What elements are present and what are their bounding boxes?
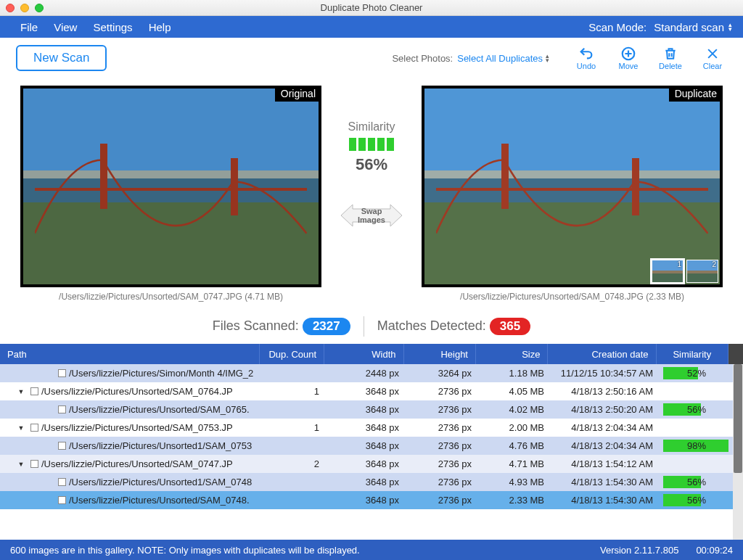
menu-help[interactable]: Help <box>149 21 171 33</box>
status-message: 600 images are in this gallery. NOTE: On… <box>10 545 360 556</box>
cell-date: 4/18/13 1:54:30 AM <box>551 491 660 509</box>
scrollbar-thumb[interactable] <box>734 364 742 473</box>
cell-path-text: /Users/lizzie/Pictures/Simon/Month 4/IMG… <box>69 368 253 379</box>
table-row[interactable]: ▼ /Users/lizzie/Pictures/Unsorted/SAM_07… <box>0 455 733 473</box>
similarity-value: 56% <box>668 477 726 487</box>
cell-size: 4.76 MB <box>479 437 551 455</box>
matches-detected-value: 365 <box>490 318 530 335</box>
swap-images-button[interactable]: Swap Images <box>341 196 402 235</box>
th-height[interactable]: Height <box>404 344 476 364</box>
cell-similarity: 56% <box>660 400 733 419</box>
cell-path: ▼ /Users/lizzie/Pictures/Unsorted/SAM_07… <box>0 419 261 437</box>
cell-similarity: 56% <box>660 473 733 491</box>
window-minimize-button[interactable] <box>20 4 29 12</box>
table-row[interactable]: ▼ /Users/lizzie/Pictures/Unsorted/SAM_07… <box>0 419 733 437</box>
cell-dup <box>261 437 327 455</box>
disclosure-triangle-icon[interactable]: ▼ <box>17 388 25 395</box>
disclosure-triangle-icon[interactable]: ▼ <box>17 424 25 432</box>
cell-width: 3648 px <box>327 491 406 509</box>
table-body: ▼ /Users/lizzie/Pictures/Simon/Month 4/I… <box>0 364 733 540</box>
th-sim[interactable]: Similarity <box>657 344 728 364</box>
cell-similarity: 52% <box>660 364 733 382</box>
table-row[interactable]: ▼ /Users/lizzie/Pictures/Simon/Month 4/I… <box>0 364 733 382</box>
cell-similarity: 56% <box>660 491 733 509</box>
th-path[interactable]: Path <box>0 344 260 364</box>
cell-size: 2.33 MB <box>479 491 551 509</box>
table-row[interactable]: ▼ /Users/lizzie/Pictures/Unsorted/SAM_07… <box>0 400 733 419</box>
cell-path: ▼ /Users/lizzie/Pictures/Unsorted/SAM_07… <box>0 491 261 509</box>
table-row[interactable]: ▼ /Users/lizzie/Pictures/Unsorted1/SAM_0… <box>0 473 733 491</box>
cell-dup: 1 <box>261 382 327 400</box>
duplicate-image[interactable]: Duplicate 1 2 <box>422 86 723 287</box>
new-scan-button[interactable]: New Scan <box>16 45 107 71</box>
menu-settings[interactable]: Settings <box>93 21 132 33</box>
cell-date: 11/12/15 10:34:57 AM <box>551 364 660 382</box>
cell-path-text: /Users/lizzie/Pictures/Unsorted/SAM_0765… <box>69 404 250 415</box>
row-checkbox[interactable] <box>30 460 38 468</box>
cell-dup <box>261 364 327 382</box>
cell-similarity <box>660 419 733 437</box>
delete-button[interactable]: Delete <box>656 46 685 70</box>
cell-size: 4.93 MB <box>479 473 551 491</box>
cell-dup <box>261 400 327 419</box>
scan-mode-value: Standard scan <box>654 21 724 33</box>
thumbnail-2[interactable]: 2 <box>686 260 718 283</box>
table-row[interactable]: ▼ /Users/lizzie/Pictures/Unsorted1/SAM_0… <box>0 437 733 455</box>
similarity-value: 52% <box>668 368 726 379</box>
row-checkbox[interactable] <box>58 442 66 450</box>
cell-path-text: /Users/lizzie/Pictures/Unsorted/SAM_0764… <box>41 386 233 397</box>
original-badge: Original <box>275 86 321 102</box>
cell-dup: 1 <box>261 419 327 437</box>
cell-path: ▼ /Users/lizzie/Pictures/Unsorted1/SAM_0… <box>0 473 261 491</box>
disclosure-triangle-icon[interactable]: ▼ <box>17 461 25 468</box>
thumbnail-1[interactable]: 1 <box>652 260 684 283</box>
cell-size: 2.00 MB <box>479 419 551 437</box>
th-width[interactable]: Width <box>324 344 403 364</box>
counts-row: Files Scanned: 2327 Matches Detected: 36… <box>0 306 743 344</box>
scan-mode-select[interactable]: Standard scan <box>654 21 736 33</box>
table-row[interactable]: ▼ /Users/lizzie/Pictures/Unsorted/SAM_07… <box>0 491 733 509</box>
toolbar: New Scan Select Photos: Select All Dupli… <box>0 38 743 78</box>
th-size[interactable]: Size <box>476 344 548 364</box>
cell-similarity: 98% <box>660 437 733 455</box>
th-date[interactable]: Creation date <box>548 344 656 364</box>
select-all-duplicates-link[interactable]: Select All Duplicates <box>457 53 553 64</box>
th-dup[interactable]: Dup. Count <box>260 344 325 364</box>
row-checkbox[interactable] <box>58 496 66 504</box>
similarity-percent: 56% <box>356 155 387 174</box>
row-checkbox[interactable] <box>58 369 66 377</box>
window-close-button[interactable] <box>6 4 15 12</box>
window-zoom-button[interactable] <box>35 4 44 12</box>
row-checkbox[interactable] <box>30 387 38 395</box>
row-checkbox[interactable] <box>30 424 38 432</box>
menubar: File View Settings Help Scan Mode: Stand… <box>0 16 743 38</box>
thumbnail-strip: 1 2 <box>652 260 718 283</box>
scrollbar[interactable] <box>733 364 743 540</box>
cell-path: ▼ /Users/lizzie/Pictures/Unsorted/SAM_07… <box>0 400 261 419</box>
swap-label-1: Swap <box>361 207 382 215</box>
original-image[interactable]: Original <box>20 86 321 287</box>
clear-button[interactable]: Clear <box>698 46 727 70</box>
menu-view[interactable]: View <box>54 21 77 33</box>
cell-size: 1.18 MB <box>479 364 551 382</box>
cell-path-text: /Users/lizzie/Pictures/Unsorted/SAM_0747… <box>41 458 233 469</box>
cell-path: ▼ /Users/lizzie/Pictures/Unsorted/SAM_07… <box>0 382 261 400</box>
cell-width: 3648 px <box>327 473 406 491</box>
matches-detected-label: Matches Detected: <box>377 318 486 333</box>
cell-height: 2736 px <box>406 437 479 455</box>
files-scanned-label: Files Scanned: <box>213 318 299 333</box>
undo-button[interactable]: Undo <box>572 46 601 70</box>
plus-circle-icon <box>620 46 636 62</box>
row-checkbox[interactable] <box>58 478 66 486</box>
menu-file[interactable]: File <box>20 21 38 33</box>
row-checkbox[interactable] <box>58 405 66 413</box>
cell-height: 2736 px <box>406 473 479 491</box>
close-icon <box>705 46 720 62</box>
move-button[interactable]: Move <box>614 46 643 70</box>
status-version: Version 2.11.7.805 <box>600 545 678 556</box>
table-row[interactable]: ▼ /Users/lizzie/Pictures/Unsorted/SAM_07… <box>0 382 733 400</box>
move-label: Move <box>619 62 639 70</box>
cell-width: 3648 px <box>327 437 406 455</box>
cell-height: 2736 px <box>406 491 479 509</box>
duplicate-caption: /Users/lizzie/Pictures/Unsorted/SAM_0748… <box>460 292 684 302</box>
